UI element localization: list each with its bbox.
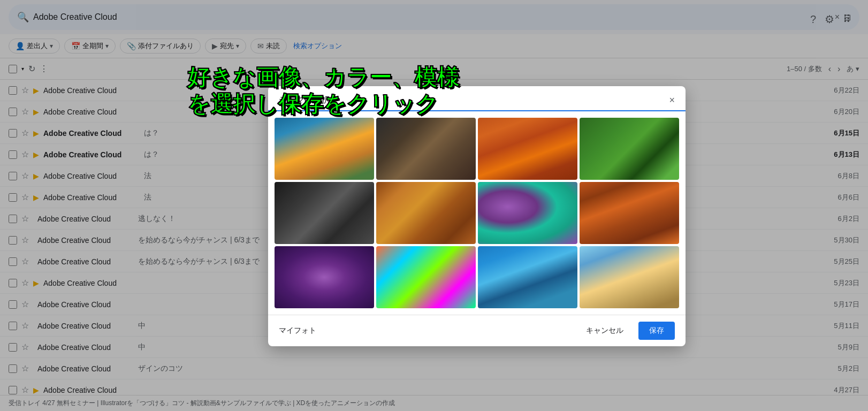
theme-cell-circles[interactable] bbox=[275, 182, 374, 244]
theme-cell-lake[interactable] bbox=[478, 246, 577, 308]
theme-cell-canyon[interactable] bbox=[478, 118, 577, 180]
theme-cell-colorful-fish[interactable] bbox=[376, 246, 476, 308]
save-button[interactable]: 保存 bbox=[638, 322, 675, 340]
theme-cell-autumn[interactable] bbox=[376, 182, 476, 244]
theme-cell-caterpillar[interactable] bbox=[580, 118, 679, 180]
modal-overlay[interactable]: テーマの選択 × マイフォト キャンセル 保存 bbox=[0, 0, 868, 411]
theme-grid bbox=[268, 111, 686, 315]
my-photos-link[interactable]: マイフォト bbox=[279, 326, 316, 336]
main-container: 🔍 Adobe Creative Cloud × ⊟ ? ⚙ ⠿ 👤 差出人 ▾… bbox=[0, 4, 868, 411]
theme-cell-golden-gate[interactable] bbox=[275, 118, 374, 180]
theme-cell-jellyfish[interactable] bbox=[275, 246, 374, 308]
theme-cell-mesa[interactable] bbox=[580, 182, 679, 244]
modal-close-button[interactable]: × bbox=[669, 95, 675, 106]
modal-title: テーマの選択 bbox=[279, 95, 330, 106]
cancel-button[interactable]: キャンセル bbox=[577, 322, 632, 340]
theme-selection-modal: テーマの選択 × マイフォト キャンセル 保存 bbox=[268, 86, 686, 347]
theme-cell-beach[interactable] bbox=[580, 246, 679, 308]
modal-footer: マイフォト キャンセル 保存 bbox=[268, 315, 686, 346]
theme-cell-chess[interactable] bbox=[376, 118, 476, 180]
footer-buttons: キャンセル 保存 bbox=[577, 322, 675, 340]
modal-header: テーマの選択 × bbox=[268, 86, 686, 111]
theme-cell-bokeh[interactable] bbox=[478, 182, 577, 244]
